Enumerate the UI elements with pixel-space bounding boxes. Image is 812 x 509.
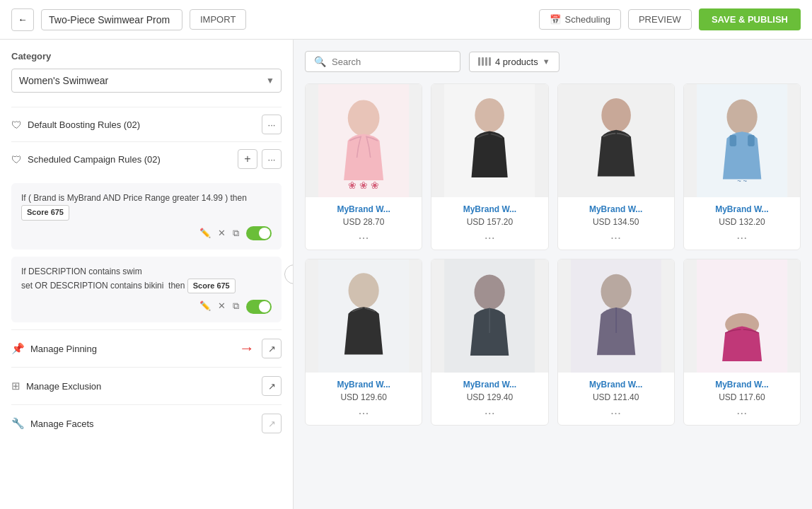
score-badge-2: Score 675 [187, 279, 236, 294]
svg-rect-10 [748, 135, 755, 146]
header: ← IMPORT 📅 Scheduling PREVIEW SAVE & PUB… [0, 0, 812, 40]
product-info: MyBrand W... USD 28.70 ··· [306, 197, 422, 250]
facets-icon: 🔧 [11, 417, 25, 430]
category-select[interactable]: Women's Swimwear Men's Swimwear Kids' Sw… [11, 69, 282, 93]
manage-pinning-label: Manage Pinning [30, 344, 97, 354]
rule-condition-2: If DESCRIPTION contains swim set OR DESC… [11, 257, 282, 323]
product-options-dots[interactable]: ··· [564, 231, 668, 244]
copy-icon-1[interactable]: ⧉ [233, 226, 239, 241]
category-label: Category [11, 51, 282, 62]
score-badge-1: Score 675 [21, 205, 69, 221]
default-boosting-more-button[interactable]: ··· [262, 115, 282, 134]
manage-facets-label: Manage Facets [30, 419, 94, 429]
search-input[interactable] [332, 57, 451, 67]
campaign-more-button[interactable]: ··· [262, 149, 282, 169]
edit-icon-1[interactable]: ✏️ [199, 226, 211, 241]
manage-facets-row: 🔧 Manage Facets ↗ [11, 404, 282, 442]
product-card[interactable]: ~ ~ MyBrand W... USD 132.20 ··· [683, 83, 801, 250]
product-card[interactable]: MyBrand W... USD 129.60 ··· [305, 259, 422, 426]
copy-icon-2[interactable]: ⧉ [233, 299, 239, 314]
product-image [431, 84, 547, 197]
search-icon: 🔍 [314, 56, 326, 67]
product-name: MyBrand W... [311, 380, 416, 390]
svg-point-18 [601, 274, 631, 310]
toggle-1[interactable] [246, 226, 272, 240]
calendar-icon: 📅 [550, 14, 561, 25]
product-price: USD 157.20 [437, 217, 542, 227]
product-card[interactable]: MyBrand W... USD 129.40 ··· [431, 259, 548, 426]
rule-2-text: If DESCRIPTION contains swim set OR DESC… [21, 265, 272, 294]
pinning-link-button[interactable]: ↗ [262, 339, 282, 358]
product-options-dots[interactable]: ··· [437, 231, 542, 244]
facets-link-button: ↗ [262, 414, 282, 433]
page-title-input[interactable] [41, 9, 182, 30]
scheduled-campaign-row: 🛡 Scheduled Campaign Rules (02) + ··· [11, 141, 282, 176]
add-campaign-rule-button[interactable]: + [238, 149, 257, 169]
svg-point-4 [475, 98, 505, 132]
product-image [558, 259, 674, 373]
toggle-circle-1 [259, 228, 270, 239]
category-select-wrapper: Women's Swimwear Men's Swimwear Kids' Sw… [11, 69, 282, 93]
default-boosting-label: Default Boosting Rules (02) [28, 119, 140, 130]
product-grid: ❀ ❀ ❀ MyBrand W... USD 28.70 ··· MyBrand… [305, 83, 801, 426]
product-info: MyBrand W... USD 129.40 ··· [431, 373, 547, 425]
edit-icon-2[interactable]: ✏️ [199, 299, 211, 314]
product-image: ❀ ❀ ❀ [306, 84, 422, 197]
svg-text:~ ~: ~ ~ [737, 177, 747, 185]
toggle-circle-2 [259, 301, 270, 312]
svg-point-1 [348, 100, 380, 136]
pin-icon: 📌 [11, 342, 25, 355]
back-button[interactable]: ← [11, 8, 34, 31]
product-info: MyBrand W... USD 121.40 ··· [558, 373, 674, 425]
products-filter-button[interactable]: 4 products ▼ [469, 52, 559, 72]
filter-chevron-icon: ▼ [543, 57, 550, 66]
preview-button[interactable]: PREVIEW [628, 9, 692, 30]
product-options-dots[interactable]: ··· [690, 406, 794, 419]
product-card[interactable]: MyBrand W... USD 134.50 ··· [557, 83, 675, 250]
delete-icon-2[interactable]: ✕ [218, 299, 226, 314]
product-info: MyBrand W... USD 117.60 ··· [684, 373, 800, 425]
product-options-dots[interactable]: ··· [311, 231, 416, 244]
product-name: MyBrand W... [437, 380, 542, 390]
manage-pinning-actions: → ↗ [239, 339, 282, 358]
product-options-dots[interactable]: ··· [437, 406, 542, 419]
manage-exclusion-left: ⊞ Manage Exclusion [11, 380, 101, 392]
product-card[interactable]: MyBrand W... USD 157.20 ··· [431, 83, 548, 250]
product-price: USD 129.40 [437, 392, 542, 402]
product-card[interactable]: MyBrand W... USD 117.60 ··· [683, 259, 801, 426]
save-publish-button[interactable]: SAVE & PUBLISH [699, 8, 801, 30]
delete-icon-1[interactable]: ✕ [218, 226, 226, 241]
search-box[interactable]: 🔍 [305, 51, 460, 72]
product-info: MyBrand W... USD 157.20 ··· [431, 197, 547, 250]
scheduled-campaign-label: Scheduled Campaign Rules (02) [28, 154, 161, 165]
product-info: MyBrand W... USD 134.50 ··· [558, 197, 674, 250]
product-card[interactable]: MyBrand W... USD 121.40 ··· [557, 259, 675, 426]
default-boosting-row: 🛡 Default Boosting Rules (02) ··· [11, 107, 282, 141]
rule-1-actions: ✏️ ✕ ⧉ [21, 226, 272, 241]
scheduling-button[interactable]: 📅 Scheduling [539, 9, 621, 30]
product-image [306, 259, 422, 373]
svg-point-15 [475, 275, 505, 310]
import-button[interactable]: IMPORT [190, 9, 246, 30]
toggle-2[interactable] [246, 300, 272, 314]
arrow-indicator: → [239, 339, 255, 358]
product-image [684, 259, 800, 373]
product-options-dots[interactable]: ··· [690, 231, 794, 244]
product-panel-header: 🔍 4 products ▼ [305, 51, 801, 72]
exclusion-link-button[interactable]: ↗ [262, 376, 282, 396]
product-price: USD 28.70 [311, 217, 416, 227]
product-options-dots[interactable]: ··· [311, 406, 416, 419]
sidebar-collapse-button[interactable]: ‹ [284, 264, 294, 284]
manage-facets-left: 🔧 Manage Facets [11, 417, 94, 430]
product-options-dots[interactable]: ··· [564, 406, 668, 419]
products-count: 4 products [495, 57, 538, 67]
svg-rect-9 [729, 135, 736, 146]
default-boosting-label-group: 🛡 Default Boosting Rules (02) [11, 119, 140, 131]
svg-text:❀ ❀ ❀: ❀ ❀ ❀ [348, 180, 379, 191]
product-name: MyBrand W... [690, 380, 794, 390]
product-price: USD 117.60 [690, 392, 794, 402]
product-image: ~ ~ [684, 84, 800, 197]
product-card[interactable]: ❀ ❀ ❀ MyBrand W... USD 28.70 ··· [305, 83, 422, 250]
rule-condition-1: If ( Brand is MyBrand AND Price Range gr… [11, 183, 282, 250]
svg-point-13 [349, 273, 379, 308]
